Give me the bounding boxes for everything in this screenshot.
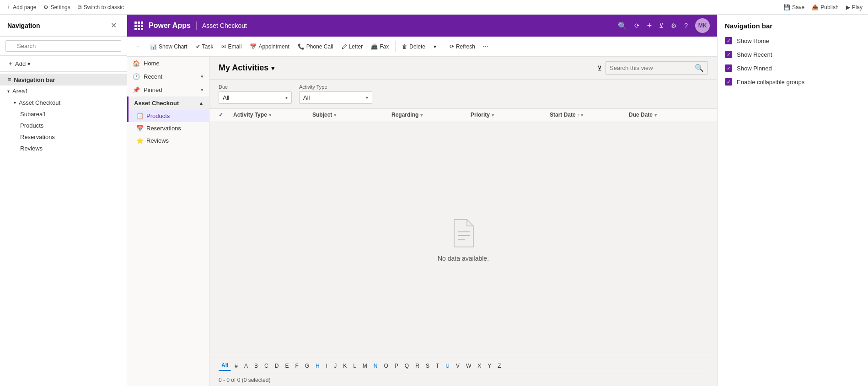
- view-search-input[interactable]: [610, 64, 692, 71]
- fax-button[interactable]: 📠 Fax: [367, 41, 392, 52]
- alpha-item-h[interactable]: H: [313, 361, 322, 370]
- publish-button[interactable]: 📤 Publish: [812, 4, 838, 11]
- nav-tree-item-subarea1[interactable]: Subarea1: [0, 108, 127, 120]
- alpha-item-r[interactable]: R: [413, 361, 422, 370]
- sidebar-asset-checkout-section[interactable]: Asset Checkout ▲: [127, 96, 209, 110]
- alpha-item-s[interactable]: S: [423, 361, 432, 370]
- alpha-item-i[interactable]: I: [323, 361, 330, 370]
- alpha-item-m[interactable]: M: [360, 361, 370, 370]
- sidebar-pinned-item[interactable]: 📌 Pinned ▾: [127, 83, 209, 96]
- nav-tree-item-area1[interactable]: ▾ Area1: [0, 86, 127, 97]
- nav-add-button[interactable]: ＋ Add ▾: [7, 59, 31, 68]
- alpha-item-j[interactable]: J: [331, 361, 339, 370]
- sidebar-item-reservations[interactable]: 📅 Reservations: [127, 122, 209, 134]
- alpha-item-y[interactable]: Y: [485, 361, 494, 370]
- alpha-item-d[interactable]: D: [272, 361, 282, 370]
- pa-filter-icon[interactable]: ⊻: [659, 22, 664, 29]
- col-regarding[interactable]: Regarding ▾: [391, 112, 471, 118]
- back-button[interactable]: ←: [133, 41, 145, 52]
- view-search-box[interactable]: 🔍: [605, 61, 708, 75]
- col-priority[interactable]: Priority ▾: [471, 112, 550, 118]
- sidebar-item-products[interactable]: 📋 Products: [127, 110, 209, 122]
- reservations-icon: 📅: [136, 125, 144, 132]
- nav-tree-item-asset-checkout[interactable]: ▾ Asset Checkout: [0, 97, 127, 108]
- alpha-item-v[interactable]: V: [453, 361, 462, 370]
- alpha-item-n[interactable]: N: [371, 361, 380, 370]
- alpha-item-k[interactable]: K: [340, 361, 349, 370]
- col-subject[interactable]: Subject ▾: [312, 112, 391, 118]
- phone-icon: 📞: [298, 43, 305, 50]
- letter-button[interactable]: 🖊 Letter: [338, 41, 367, 52]
- pa-refresh-icon[interactable]: ⟳: [634, 22, 640, 29]
- alpha-item-w[interactable]: W: [463, 361, 474, 370]
- alpha-item-a[interactable]: A: [241, 361, 251, 370]
- checkbox-show-pinned[interactable]: ✓: [725, 64, 732, 72]
- email-button[interactable]: ✉ Email: [218, 41, 245, 52]
- switch-classic-button[interactable]: ⧉ Switch to classic: [78, 4, 124, 11]
- nav-search-input[interactable]: [5, 40, 121, 52]
- task-button[interactable]: ✔ Task: [192, 41, 217, 52]
- alpha-item-t[interactable]: T: [433, 361, 442, 370]
- dropdown-more-button[interactable]: ▾: [430, 41, 440, 52]
- play-button[interactable]: ▶ Play: [846, 4, 863, 11]
- col-due-date[interactable]: Due Date ▾: [629, 112, 708, 118]
- sidebar-recent-item[interactable]: 🕐 Recent ▾: [127, 70, 209, 83]
- sidebar-item-reviews[interactable]: ⭐ Reviews: [127, 134, 209, 147]
- appointment-button[interactable]: 📅 Appointment: [246, 41, 293, 52]
- nav-editor-close-button[interactable]: ✕: [108, 20, 119, 31]
- pa-settings-icon[interactable]: ⚙: [671, 22, 677, 29]
- checkbox-show-home[interactable]: ✓: [725, 37, 732, 44]
- alpha-item-l[interactable]: L: [350, 361, 359, 370]
- save-button[interactable]: 💾 Save: [783, 4, 804, 11]
- recent-icon: 🕐: [133, 73, 140, 80]
- apps-grid-icon[interactable]: [134, 21, 143, 30]
- settings-icon: ⚙: [43, 4, 48, 11]
- pa-search-icon[interactable]: 🔍: [618, 21, 627, 30]
- alpha-item-e[interactable]: E: [282, 361, 291, 370]
- add-page-button[interactable]: ＋ Add page: [5, 3, 36, 11]
- view-title[interactable]: My Activities ▾: [219, 63, 274, 73]
- refresh-button[interactable]: ⟳ Refresh: [446, 41, 479, 52]
- navbar-icon: ≡: [7, 76, 11, 83]
- alpha-item-u[interactable]: U: [443, 361, 452, 370]
- alpha-item-f[interactable]: F: [292, 361, 301, 370]
- alpha-item-q[interactable]: Q: [402, 361, 412, 370]
- alpha-item-o[interactable]: O: [381, 361, 391, 370]
- navbar-label: Navigation bar: [14, 76, 55, 83]
- alpha-item-all[interactable]: All: [219, 361, 231, 371]
- more-options-icon[interactable]: ···: [480, 41, 491, 53]
- checkbox-show-recent[interactable]: ✓: [725, 51, 732, 58]
- alpha-item-x[interactable]: X: [475, 361, 484, 370]
- col-activity-type[interactable]: Activity Type ▾: [233, 112, 312, 118]
- pa-help-icon[interactable]: ?: [684, 22, 688, 29]
- view-filter-icon[interactable]: ⊻: [597, 64, 602, 72]
- settings-button[interactable]: ⚙ Settings: [43, 4, 70, 11]
- alpha-item-b[interactable]: B: [252, 361, 261, 370]
- pa-add-icon[interactable]: +: [647, 21, 652, 31]
- sidebar-home-item[interactable]: 🏠 Home: [127, 57, 209, 70]
- nav-bar-option-enable-collapsible: ✓Enable collapsible groups: [725, 78, 861, 86]
- view-chevron-icon: ▾: [271, 64, 274, 72]
- due-filter-group: Due All ▾: [219, 84, 292, 104]
- select-all-checkbox[interactable]: ✓: [219, 112, 233, 118]
- nav-tree-item-navbar[interactable]: ≡ Navigation bar: [0, 74, 127, 86]
- col-start-date[interactable]: Start Date ↑ ▾: [550, 112, 629, 118]
- checkbox-enable-collapsible[interactable]: ✓: [725, 78, 732, 86]
- nav-tree-item-reservations[interactable]: Reservations: [0, 131, 127, 143]
- nav-tree-item-reviews[interactable]: Reviews: [0, 143, 127, 154]
- alpha-item-c[interactable]: C: [262, 361, 271, 370]
- due-filter-select[interactable]: All ▾: [219, 91, 292, 104]
- delete-button[interactable]: 🗑 Delete: [398, 41, 429, 52]
- alpha-item-p[interactable]: P: [392, 361, 401, 370]
- nav-bar-option-show-home: ✓Show Home: [725, 37, 861, 44]
- alpha-item-g[interactable]: G: [302, 361, 312, 370]
- pa-avatar[interactable]: MK: [695, 18, 710, 33]
- chart-icon: 📊: [150, 43, 157, 50]
- activity-type-select[interactable]: All ▾: [299, 91, 372, 104]
- asset-checkout-label: Asset Checkout: [19, 99, 60, 106]
- phone-call-button[interactable]: 📞 Phone Call: [294, 41, 337, 52]
- nav-tree-item-products[interactable]: Products: [0, 120, 127, 131]
- show-chart-button[interactable]: 📊 Show Chart: [146, 41, 191, 52]
- alpha-item-z[interactable]: Z: [495, 361, 504, 370]
- alpha-item-#[interactable]: #: [232, 361, 241, 370]
